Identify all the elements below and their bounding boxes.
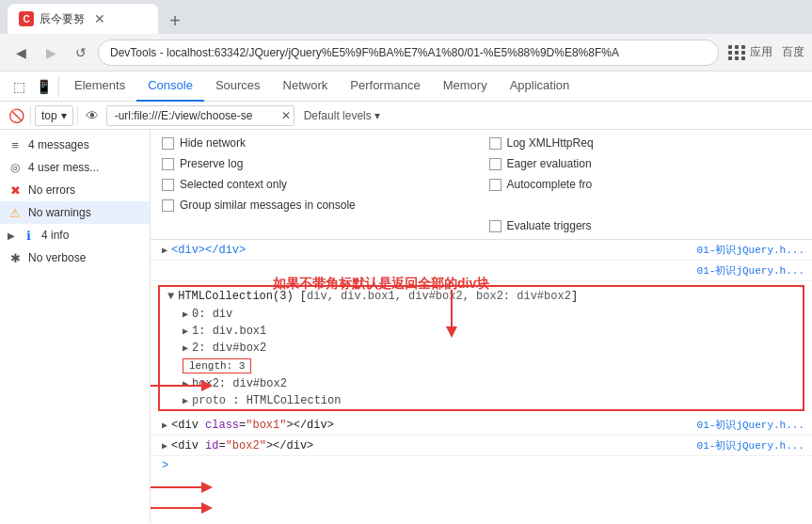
options-popup: Hide network Log XMLHttpReq Preserve log… xyxy=(151,130,812,240)
default-levels-button[interactable]: Default levels ▾ xyxy=(298,109,386,122)
console-sidebar: ≡ 4 messages ◎ 4 user mess... ✖ No error… xyxy=(0,130,151,522)
entry2-file[interactable]: 01-初识jQuery.h... xyxy=(697,263,804,278)
group-similar-checkbox-row[interactable]: Group similar messages in console xyxy=(162,196,801,214)
autocomplete-label: Autocomplete fro xyxy=(507,178,593,191)
tab-performance[interactable]: Performance xyxy=(339,71,431,102)
tab-title: 辰今要努 xyxy=(40,11,85,27)
tab-network[interactable]: Network xyxy=(272,71,340,102)
hc-proto-expand[interactable]: ▶ xyxy=(183,395,188,406)
hc-proto-text: proto : HTMLCollection xyxy=(192,394,341,407)
hc-proto-row[interactable]: ▶ proto : HTMLCollection xyxy=(160,392,803,409)
devtools-tab-bar: ⬚ 📱 Elements Console Sources Network Per… xyxy=(0,71,812,102)
sidebar-item-errors[interactable]: ✖ No errors xyxy=(0,179,150,201)
hc-item1-expand[interactable]: ▶ xyxy=(183,326,188,337)
inspect-icon[interactable]: ⬚ xyxy=(8,75,30,98)
sidebar-item-messages[interactable]: ≡ 4 messages xyxy=(0,134,150,156)
messages-icon: ≡ xyxy=(8,137,23,152)
hc-item2-text: 2: div#box2 xyxy=(192,341,266,355)
apps-button[interactable]: 应用 xyxy=(723,44,778,60)
hc-item-2[interactable]: ▶ 2: div#box2 xyxy=(160,340,803,357)
new-tab-button[interactable]: + xyxy=(162,8,188,34)
verbose-label: No verbose xyxy=(28,251,86,264)
hc-box2-row[interactable]: ▶ box2: div#box2 xyxy=(160,375,803,392)
autocomplete-checkbox-row[interactable]: Autocomplete fro xyxy=(489,175,802,194)
hc-box2-expand[interactable]: ▶ xyxy=(183,378,188,389)
console-toolbar: 🚫 top ▾ 👁 ✕ Default levels ▾ xyxy=(0,102,812,130)
entry1-file[interactable]: 01-初识jQuery.h... xyxy=(697,243,804,257)
console-entry-2: 01-初识jQuery.h... xyxy=(151,261,812,281)
eager-eval-checkbox-row[interactable]: Eager evaluation xyxy=(489,154,802,173)
eval-triggers-label: Evaluate triggers xyxy=(507,219,592,232)
clear-console-icon[interactable]: 🚫 xyxy=(6,105,26,126)
hc-length-row: length: 3 xyxy=(160,357,803,375)
filter-clear-icon[interactable]: ✕ xyxy=(281,109,291,122)
tab-application[interactable]: Application xyxy=(499,71,581,102)
entry3-expand[interactable]: ▶ xyxy=(162,420,167,431)
tab-console[interactable]: Console xyxy=(136,71,204,102)
eager-eval-checkbox[interactable] xyxy=(489,158,502,170)
eager-eval-label: Eager evaluation xyxy=(507,157,592,170)
console-entry-1: ▶ <div></div> 01-初识jQuery.h... xyxy=(151,240,812,261)
warning-icon: ⚠ xyxy=(8,205,23,220)
sidebar-item-warnings[interactable]: ⚠ No warnings xyxy=(0,201,150,224)
hide-network-checkbox-row[interactable]: Hide network xyxy=(162,134,474,152)
forward-button[interactable]: ▶ xyxy=(38,40,64,66)
user-messages-label: 4 user mess... xyxy=(28,161,99,174)
tab-memory[interactable]: Memory xyxy=(432,71,499,102)
eye-icon[interactable]: 👁 xyxy=(82,105,103,126)
entry3-file[interactable]: 01-初识jQuery.h... xyxy=(697,418,804,432)
sidebar-item-info[interactable]: ▶ ℹ 4 info xyxy=(0,224,150,246)
log-xml-checkbox-row[interactable]: Log XMLHttpReq xyxy=(489,134,802,152)
verbose-icon: ✱ xyxy=(8,250,23,265)
browser-tab[interactable]: C 辰今要努 ✕ xyxy=(8,4,158,34)
sidebar-item-verbose[interactable]: ✱ No verbose xyxy=(0,246,150,269)
autocomplete-checkbox[interactable] xyxy=(489,179,502,191)
hide-network-checkbox[interactable] xyxy=(162,137,174,150)
hc-item0-expand[interactable]: ▶ xyxy=(183,309,188,320)
sidebar-item-user-messages[interactable]: ◎ 4 user mess... xyxy=(0,156,150,179)
preserve-log-label: Preserve log xyxy=(180,157,243,170)
console-filter-input[interactable] xyxy=(106,105,295,126)
entry4-file[interactable]: 01-初识jQuery.h... xyxy=(697,438,804,453)
selected-context-label: Selected context only xyxy=(180,178,287,191)
log-xml-label: Log XMLHttpReq xyxy=(507,136,594,150)
preserve-log-checkbox-row[interactable]: Preserve log xyxy=(162,154,474,173)
html-collection-box: ▼ HTMLCollection(3) [div, div.box1, div#… xyxy=(158,285,804,411)
address-input[interactable]: DevTools - localhost:63342/JQuery/jQuery… xyxy=(98,40,719,66)
prompt-line[interactable]: > xyxy=(151,456,812,475)
selected-context-checkbox[interactable] xyxy=(162,179,174,191)
address-bar-row: ◀ ▶ ↺ DevTools - localhost:63342/JQuery/… xyxy=(0,34,812,71)
tab-close-icon[interactable]: ✕ xyxy=(94,11,105,26)
hc-item-0[interactable]: ▶ 0: div xyxy=(160,306,803,323)
expand-arrow-icon: ▶ xyxy=(8,230,15,241)
hc-item-1[interactable]: ▶ 1: div.box1 xyxy=(160,323,803,340)
user-icon: ◎ xyxy=(8,160,23,175)
entry1-expand[interactable]: ▶ xyxy=(162,245,167,256)
filter-separator xyxy=(30,106,31,125)
browser-chrome: C 辰今要努 ✕ + xyxy=(0,0,812,34)
eval-triggers-checkbox-row[interactable]: Evaluate triggers xyxy=(489,216,802,235)
preserve-log-checkbox[interactable] xyxy=(162,158,174,170)
address-text: DevTools - localhost:63342/JQuery/jQuery… xyxy=(110,46,619,59)
entry4-expand[interactable]: ▶ xyxy=(162,440,167,452)
hc-item0-text: 0: div xyxy=(192,308,232,321)
selected-context-checkbox-row[interactable]: Selected context only xyxy=(162,175,474,194)
tab-favicon: C xyxy=(19,11,34,26)
tab-sources[interactable]: Sources xyxy=(204,71,272,102)
tab-elements[interactable]: Elements xyxy=(63,71,136,102)
console-entry-3: ▶ <div class="box1"></div> 01-初识jQuery.h… xyxy=(151,415,812,436)
group-similar-checkbox[interactable] xyxy=(162,199,174,212)
back-button[interactable]: ◀ xyxy=(8,40,34,66)
eval-triggers-checkbox[interactable] xyxy=(489,220,502,232)
baidu-button[interactable]: 百度 xyxy=(782,44,804,60)
device-icon[interactable]: 📱 xyxy=(32,75,55,98)
console-body: ≡ 4 messages ◎ 4 user mess... ✖ No error… xyxy=(0,130,812,522)
hc-header[interactable]: ▼ HTMLCollection(3) [div, div.box1, div#… xyxy=(160,287,803,306)
entry3-text: <div class="box1"></div> xyxy=(171,419,697,432)
reload-button[interactable]: ↺ xyxy=(68,40,94,66)
hc-item2-expand[interactable]: ▶ xyxy=(183,342,188,354)
console-main: Hide network Log XMLHttpReq Preserve log… xyxy=(151,130,812,522)
log-xml-checkbox[interactable] xyxy=(489,137,502,150)
context-select[interactable]: top ▾ xyxy=(35,105,73,126)
hc-expand-icon[interactable]: ▼ xyxy=(167,290,174,303)
